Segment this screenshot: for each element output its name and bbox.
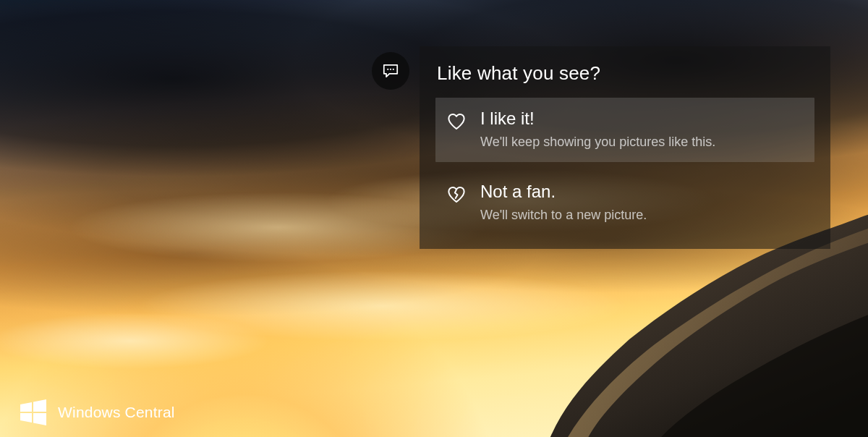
svg-point-0 [387,69,388,70]
svg-marker-6 [33,413,46,425]
feedback-option-dislike-subtitle: We'll switch to a new picture. [480,207,801,224]
svg-point-1 [390,69,391,70]
feedback-option-like-title: I like it! [480,108,801,130]
feedback-option-like[interactable]: I like it! We'll keep showing you pictur… [435,98,814,162]
watermark-text: Windows Central [58,404,175,421]
svg-marker-4 [33,399,46,412]
feedback-panel: Like what you see? I like it! We'll keep… [420,46,830,249]
feedback-option-dislike[interactable]: Not a fan. We'll switch to a new picture… [435,171,814,235]
feedback-option-like-subtitle: We'll keep showing you pictures like thi… [480,134,801,150]
svg-point-2 [393,69,394,70]
chat-bubble-icon [381,61,400,80]
windows-logo-icon [19,398,48,427]
svg-marker-3 [20,402,32,412]
svg-marker-5 [20,413,32,423]
feedback-panel-title: Like what you see? [437,62,814,85]
heart-icon [446,111,467,132]
watermark: Windows Central [19,398,175,427]
broken-heart-icon [446,184,467,205]
feedback-badge-button[interactable] [372,52,409,90]
feedback-option-dislike-title: Not a fan. [480,181,801,203]
